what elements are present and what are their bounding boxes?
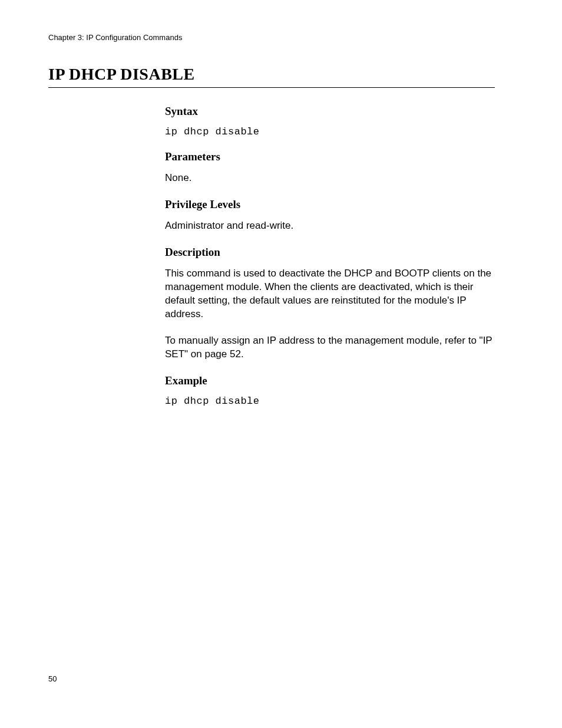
description-para1: This command is used to deactivate the D… (165, 267, 495, 321)
parameters-section: Parameters None. (165, 150, 495, 185)
parameters-heading: Parameters (165, 150, 495, 163)
privilege-text: Administrator and read-write. (165, 219, 495, 233)
example-section: Example ip dhcp disable (165, 374, 495, 407)
description-para2: To manually assign an IP address to the … (165, 334, 495, 361)
example-heading: Example (165, 374, 495, 387)
syntax-code: ip dhcp disable (165, 126, 495, 137)
privilege-section: Privilege Levels Administrator and read-… (165, 198, 495, 233)
privilege-heading: Privilege Levels (165, 198, 495, 211)
page-number: 50 (48, 674, 57, 683)
syntax-section: Syntax ip dhcp disable (165, 105, 495, 137)
chapter-header: Chapter 3: IP Configuration Commands (48, 33, 182, 42)
example-code: ip dhcp disable (165, 396, 495, 407)
description-heading: Description (165, 246, 495, 259)
syntax-heading: Syntax (165, 105, 495, 118)
content-area: Syntax ip dhcp disable Parameters None. … (165, 105, 495, 420)
description-section: Description This command is used to deac… (165, 246, 495, 361)
parameters-text: None. (165, 172, 495, 185)
page-title: IP DHCP DISABLE (48, 65, 495, 88)
